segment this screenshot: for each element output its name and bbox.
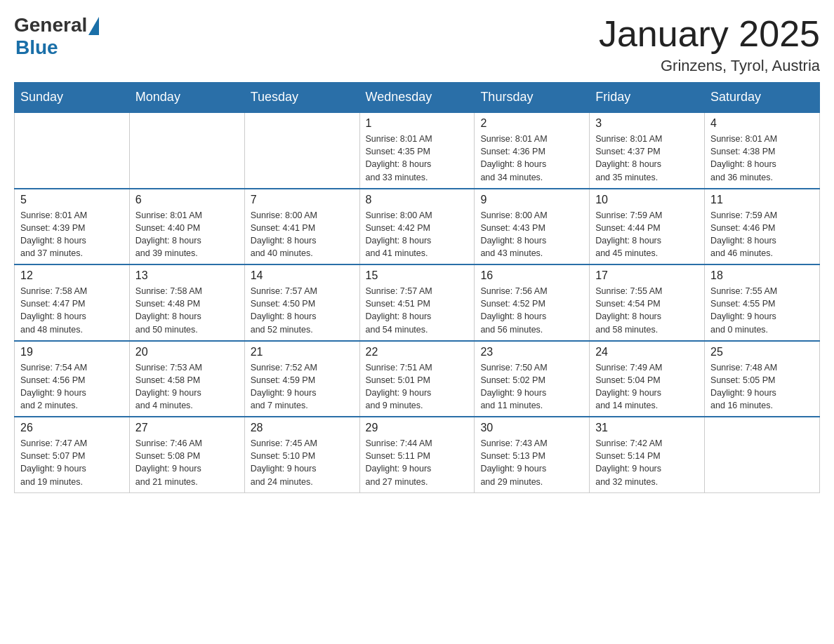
calendar-day-empty xyxy=(244,112,359,189)
day-info: Sunrise: 7:48 AMSunset: 5:05 PMDaylight:… xyxy=(710,361,814,412)
day-info: Sunrise: 7:53 AMSunset: 4:58 PMDaylight:… xyxy=(135,361,239,412)
day-info: Sunrise: 7:50 AMSunset: 5:02 PMDaylight:… xyxy=(480,361,583,412)
calendar-day-21: 21Sunrise: 7:52 AMSunset: 4:59 PMDayligh… xyxy=(244,341,359,417)
day-info: Sunrise: 8:00 AMSunset: 4:41 PMDaylight:… xyxy=(251,209,354,260)
day-number: 26 xyxy=(20,422,124,434)
calendar-day-27: 27Sunrise: 7:46 AMSunset: 5:08 PMDayligh… xyxy=(129,417,244,492)
day-info: Sunrise: 7:46 AMSunset: 5:08 PMDaylight:… xyxy=(135,437,239,488)
day-number: 22 xyxy=(366,346,469,358)
day-number: 27 xyxy=(135,422,239,434)
day-number: 1 xyxy=(366,117,469,130)
day-info: Sunrise: 7:55 AMSunset: 4:55 PMDaylight:… xyxy=(710,285,814,336)
day-number: 14 xyxy=(251,269,354,282)
day-number: 31 xyxy=(595,422,699,434)
day-number: 9 xyxy=(480,194,583,206)
calendar-day-2: 2Sunrise: 8:01 AMSunset: 4:36 PMDaylight… xyxy=(475,112,590,189)
logo-blue-text: Blue xyxy=(15,36,58,59)
day-number: 21 xyxy=(251,346,354,358)
weekday-header-wednesday: Wednesday xyxy=(359,83,475,113)
day-number: 30 xyxy=(480,422,583,434)
day-info: Sunrise: 7:56 AMSunset: 4:52 PMDaylight:… xyxy=(480,285,583,336)
calendar-day-4: 4Sunrise: 8:01 AMSunset: 4:38 PMDaylight… xyxy=(705,112,820,189)
day-number: 20 xyxy=(135,346,239,358)
weekday-header-saturday: Saturday xyxy=(705,83,820,113)
calendar-day-1: 1Sunrise: 8:01 AMSunset: 4:35 PMDaylight… xyxy=(359,112,475,189)
day-info: Sunrise: 7:45 AMSunset: 5:10 PMDaylight:… xyxy=(251,437,354,488)
day-number: 2 xyxy=(480,117,583,130)
day-number: 18 xyxy=(710,269,814,282)
day-info: Sunrise: 7:52 AMSunset: 4:59 PMDaylight:… xyxy=(251,361,354,412)
calendar-day-17: 17Sunrise: 7:55 AMSunset: 4:54 PMDayligh… xyxy=(590,264,705,341)
day-info: Sunrise: 7:57 AMSunset: 4:50 PMDaylight:… xyxy=(251,285,354,336)
day-number: 10 xyxy=(595,194,699,206)
calendar-day-14: 14Sunrise: 7:57 AMSunset: 4:50 PMDayligh… xyxy=(244,264,359,341)
calendar-week-row: 5Sunrise: 8:01 AMSunset: 4:39 PMDaylight… xyxy=(15,189,820,265)
calendar-day-18: 18Sunrise: 7:55 AMSunset: 4:55 PMDayligh… xyxy=(705,264,820,341)
day-number: 12 xyxy=(20,269,124,282)
day-info: Sunrise: 7:54 AMSunset: 4:56 PMDaylight:… xyxy=(20,361,124,412)
calendar-day-12: 12Sunrise: 7:58 AMSunset: 4:47 PMDayligh… xyxy=(15,264,130,341)
calendar-week-row: 12Sunrise: 7:58 AMSunset: 4:47 PMDayligh… xyxy=(15,264,820,341)
calendar-day-31: 31Sunrise: 7:42 AMSunset: 5:14 PMDayligh… xyxy=(590,417,705,492)
calendar-day-20: 20Sunrise: 7:53 AMSunset: 4:58 PMDayligh… xyxy=(129,341,244,417)
calendar-day-16: 16Sunrise: 7:56 AMSunset: 4:52 PMDayligh… xyxy=(475,264,590,341)
day-number: 17 xyxy=(595,269,699,282)
day-info: Sunrise: 7:58 AMSunset: 4:47 PMDaylight:… xyxy=(20,285,124,336)
calendar-table: SundayMondayTuesdayWednesdayThursdayFrid… xyxy=(14,82,820,493)
calendar-day-8: 8Sunrise: 8:00 AMSunset: 4:42 PMDaylight… xyxy=(359,189,475,265)
day-info: Sunrise: 8:01 AMSunset: 4:40 PMDaylight:… xyxy=(135,209,239,260)
day-info: Sunrise: 7:42 AMSunset: 5:14 PMDaylight:… xyxy=(595,437,699,488)
day-number: 6 xyxy=(135,194,239,206)
day-number: 11 xyxy=(710,194,814,206)
weekday-header-friday: Friday xyxy=(590,83,705,113)
logo-triangle-icon xyxy=(88,17,99,35)
day-number: 19 xyxy=(20,346,124,358)
day-info: Sunrise: 7:57 AMSunset: 4:51 PMDaylight:… xyxy=(366,285,469,336)
weekday-header-row: SundayMondayTuesdayWednesdayThursdayFrid… xyxy=(15,83,820,113)
day-number: 4 xyxy=(710,117,814,130)
calendar-title: January 2025 xyxy=(599,14,820,54)
weekday-header-monday: Monday xyxy=(129,83,244,113)
day-info: Sunrise: 7:58 AMSunset: 4:48 PMDaylight:… xyxy=(135,285,239,336)
calendar-subtitle: Grinzens, Tyrol, Austria xyxy=(599,57,820,75)
day-number: 3 xyxy=(595,117,699,130)
calendar-day-empty xyxy=(129,112,244,189)
title-block: January 2025 Grinzens, Tyrol, Austria xyxy=(599,14,820,75)
day-number: 28 xyxy=(251,422,354,434)
calendar-day-26: 26Sunrise: 7:47 AMSunset: 5:07 PMDayligh… xyxy=(15,417,130,492)
page-header: General Blue January 2025 Grinzens, Tyro… xyxy=(14,14,820,75)
calendar-week-row: 26Sunrise: 7:47 AMSunset: 5:07 PMDayligh… xyxy=(15,417,820,492)
day-info: Sunrise: 7:55 AMSunset: 4:54 PMDaylight:… xyxy=(595,285,699,336)
calendar-day-7: 7Sunrise: 8:00 AMSunset: 4:41 PMDaylight… xyxy=(244,189,359,265)
calendar-day-15: 15Sunrise: 7:57 AMSunset: 4:51 PMDayligh… xyxy=(359,264,475,341)
day-info: Sunrise: 7:51 AMSunset: 5:01 PMDaylight:… xyxy=(366,361,469,412)
calendar-day-28: 28Sunrise: 7:45 AMSunset: 5:10 PMDayligh… xyxy=(244,417,359,492)
weekday-header-tuesday: Tuesday xyxy=(244,83,359,113)
day-info: Sunrise: 7:59 AMSunset: 4:46 PMDaylight:… xyxy=(710,209,814,260)
calendar-day-29: 29Sunrise: 7:44 AMSunset: 5:11 PMDayligh… xyxy=(359,417,475,492)
calendar-day-11: 11Sunrise: 7:59 AMSunset: 4:46 PMDayligh… xyxy=(705,189,820,265)
weekday-header-sunday: Sunday xyxy=(15,83,130,113)
calendar-day-9: 9Sunrise: 8:00 AMSunset: 4:43 PMDaylight… xyxy=(475,189,590,265)
day-number: 23 xyxy=(480,346,583,358)
calendar-day-empty xyxy=(15,112,130,189)
day-info: Sunrise: 7:59 AMSunset: 4:44 PMDaylight:… xyxy=(595,209,699,260)
day-number: 13 xyxy=(135,269,239,282)
calendar-day-empty xyxy=(705,417,820,492)
calendar-day-22: 22Sunrise: 7:51 AMSunset: 5:01 PMDayligh… xyxy=(359,341,475,417)
calendar-day-5: 5Sunrise: 8:01 AMSunset: 4:39 PMDaylight… xyxy=(15,189,130,265)
calendar-week-row: 19Sunrise: 7:54 AMSunset: 4:56 PMDayligh… xyxy=(15,341,820,417)
day-info: Sunrise: 8:01 AMSunset: 4:39 PMDaylight:… xyxy=(20,209,124,260)
calendar-week-row: 1Sunrise: 8:01 AMSunset: 4:35 PMDaylight… xyxy=(15,112,820,189)
calendar-day-3: 3Sunrise: 8:01 AMSunset: 4:37 PMDaylight… xyxy=(590,112,705,189)
day-info: Sunrise: 8:01 AMSunset: 4:36 PMDaylight:… xyxy=(480,133,583,184)
day-number: 15 xyxy=(366,269,469,282)
day-info: Sunrise: 8:00 AMSunset: 4:42 PMDaylight:… xyxy=(366,209,469,260)
weekday-header-thursday: Thursday xyxy=(475,83,590,113)
day-number: 7 xyxy=(251,194,354,206)
day-number: 24 xyxy=(595,346,699,358)
day-number: 25 xyxy=(710,346,814,358)
calendar-day-24: 24Sunrise: 7:49 AMSunset: 5:04 PMDayligh… xyxy=(590,341,705,417)
day-number: 8 xyxy=(366,194,469,206)
day-info: Sunrise: 8:00 AMSunset: 4:43 PMDaylight:… xyxy=(480,209,583,260)
